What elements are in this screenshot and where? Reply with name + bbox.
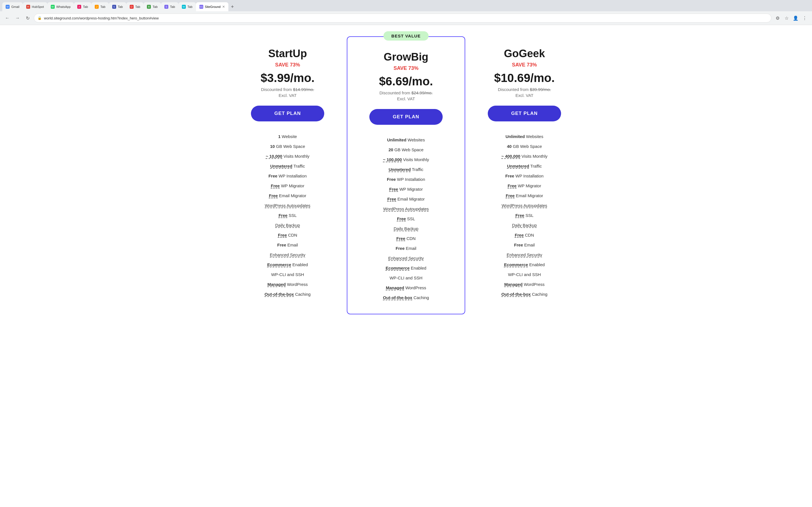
feature-item: WP-CLI and SSH: [474, 270, 575, 279]
get-plan-button-startup[interactable]: GET PLAN: [251, 106, 324, 121]
feature-item: Daily Backup: [356, 224, 456, 233]
plan-original-price-growbig: Discounted from $24.99/mo.: [356, 91, 456, 95]
plan-name-startup: StartUp: [237, 48, 338, 60]
plan-price-startup: $3.99/mo.: [237, 71, 338, 85]
browser-tab[interactable]: W WhatsApp: [47, 2, 74, 11]
plan-name-gogeek: GoGeek: [474, 48, 575, 60]
get-plan-button-growbig[interactable]: GET PLAN: [369, 109, 443, 125]
plan-original-price-gogeek: Discounted from $39.99/mo.: [474, 87, 575, 92]
plan-card-startup: StartUpSAVE 73%$3.99/mo.Discounted from …: [229, 36, 347, 311]
browser-chrome: M Gmail H HubSpot W WhatsApp A Tab J Tab…: [0, 0, 812, 25]
url-text: world.siteground.com/wordpress-hosting.h…: [44, 16, 159, 20]
feature-item: WordPress Autoupdates: [474, 201, 575, 210]
feature-item: 20 GB Web Space: [356, 145, 456, 155]
browser-tab-active[interactable]: SG SiteGround ✕: [196, 2, 229, 11]
plan-price-gogeek: $10.69/mo.: [474, 71, 575, 85]
feature-item: 10 GB Web Space: [237, 142, 338, 151]
feature-item: Unmetered Traffic: [356, 165, 456, 174]
forward-button[interactable]: →: [13, 14, 21, 22]
bookmark-button[interactable]: ☆: [783, 14, 791, 22]
feature-item: Free WP Installation: [474, 171, 575, 181]
feature-item: Daily Backup: [237, 220, 338, 230]
feature-item: Free CDN: [474, 230, 575, 240]
back-button[interactable]: ←: [3, 14, 11, 22]
feature-item: WordPress Autoupdates: [237, 201, 338, 210]
feature-item: Out-of-the-box Caching: [237, 289, 338, 299]
get-plan-button-gogeek[interactable]: GET PLAN: [488, 106, 561, 121]
extensions-button[interactable]: ⚙: [774, 14, 781, 22]
feature-item: Managed WordPress: [474, 279, 575, 289]
feature-item: Out-of-the-box Caching: [356, 293, 456, 302]
feature-item: ~ 400,000 Visits Monthly: [474, 151, 575, 161]
feature-item: ~ 100,000 Visits Monthly: [356, 155, 456, 165]
browser-tab[interactable]: A Tab: [74, 2, 91, 11]
feature-item: Enhanced Security: [474, 250, 575, 260]
toolbar-right: ⚙ ☆ 👤 ⋮: [774, 14, 809, 22]
feature-item: Free Email Migrator: [474, 191, 575, 201]
plan-save-startup: SAVE 73%: [237, 62, 338, 68]
feature-item: Managed WordPress: [237, 279, 338, 289]
feature-item: WordPress Autoupdates: [356, 204, 456, 214]
page-content: StartUpSAVE 73%$3.99/mo.Discounted from …: [0, 25, 812, 507]
browser-tab[interactable]: M Gmail: [2, 2, 23, 11]
feature-item: Free SSL: [356, 214, 456, 224]
plan-vat-startup: Excl. VAT: [237, 93, 338, 98]
menu-button[interactable]: ⋮: [801, 14, 809, 22]
feature-item: Free WP Migrator: [474, 181, 575, 191]
feature-item: Free Email: [474, 240, 575, 250]
address-bar[interactable]: 🔒 world.siteground.com/wordpress-hosting…: [34, 13, 771, 22]
feature-item: Managed WordPress: [356, 283, 456, 293]
browser-tab[interactable]: B Tab: [144, 2, 161, 11]
feature-item: Free Email: [356, 243, 456, 253]
plan-save-growbig: SAVE 73%: [356, 65, 456, 71]
plan-original-price-startup: Discounted from $14.99/mo.: [237, 87, 338, 92]
feature-item: Free Email Migrator: [237, 191, 338, 201]
browser-tab[interactable]: W Tab: [179, 2, 196, 11]
feature-item: Free CDN: [237, 230, 338, 240]
browser-toolbar: ← → ↻ 🔒 world.siteground.com/wordpress-h…: [0, 11, 812, 25]
browser-tab[interactable]: H HubSpot: [23, 2, 47, 11]
feature-item: 40 GB Web Space: [474, 142, 575, 151]
feature-item: Ecommerce Enabled: [237, 260, 338, 270]
browser-tabs-bar: M Gmail H HubSpot W WhatsApp A Tab J Tab…: [0, 0, 812, 11]
plan-name-growbig: GrowBig: [356, 51, 456, 63]
feature-item: Ecommerce Enabled: [356, 263, 456, 273]
feature-item: Unmetered Traffic: [474, 161, 575, 171]
feature-item: Free WP Installation: [237, 171, 338, 181]
feature-item: Daily Backup: [474, 220, 575, 230]
browser-tab[interactable]: O Tab: [126, 2, 144, 11]
plan-vat-gogeek: Excl. VAT: [474, 93, 575, 98]
feature-item: 1 Website: [237, 131, 338, 142]
feature-item: WP-CLI and SSH: [237, 270, 338, 279]
browser-tab[interactable]: S Tab: [109, 2, 126, 11]
feature-item: Free Email: [237, 240, 338, 250]
refresh-button[interactable]: ↻: [24, 14, 32, 22]
feature-item: Free SSL: [237, 210, 338, 220]
feature-item: ~ 10,000 Visits Monthly: [237, 151, 338, 161]
feature-item: WP-CLI and SSH: [356, 273, 456, 283]
browser-tab[interactable]: J Tab: [91, 2, 109, 11]
profile-button[interactable]: 👤: [792, 14, 800, 22]
feature-item: Free Email Migrator: [356, 194, 456, 204]
feature-item: Ecommerce Enabled: [474, 260, 575, 270]
best-value-badge: BEST VALUE: [384, 31, 428, 41]
pricing-section: StartUpSAVE 73%$3.99/mo.Discounted from …: [209, 31, 603, 314]
plan-vat-growbig: Excl. VAT: [356, 96, 456, 101]
feature-item: Out-of-the-box Caching: [474, 289, 575, 299]
new-tab-button[interactable]: +: [229, 3, 236, 11]
plan-card-growbig: BEST VALUEGrowBigSAVE 73%$6.69/mo.Discou…: [347, 36, 465, 314]
plan-price-growbig: $6.69/mo.: [356, 75, 456, 88]
feature-item: Unlimited Websites: [356, 135, 456, 145]
features-list-startup: 1 Website10 GB Web Space~ 10,000 Visits …: [237, 131, 338, 299]
browser-tab[interactable]: S Tab: [161, 2, 179, 11]
feature-item: Enhanced Security: [237, 250, 338, 260]
plan-card-gogeek: GoGeekSAVE 73%$10.69/mo.Discounted from …: [465, 36, 583, 311]
feature-item: Enhanced Security: [356, 253, 456, 263]
features-list-growbig: Unlimited Websites20 GB Web Space~ 100,0…: [356, 135, 456, 302]
feature-item: Unlimited Websites: [474, 131, 575, 142]
feature-item: Free CDN: [356, 233, 456, 243]
lock-icon: 🔒: [38, 16, 42, 20]
plan-save-gogeek: SAVE 73%: [474, 62, 575, 68]
feature-item: Free WP Installation: [356, 174, 456, 184]
feature-item: Unmetered Traffic: [237, 161, 338, 171]
